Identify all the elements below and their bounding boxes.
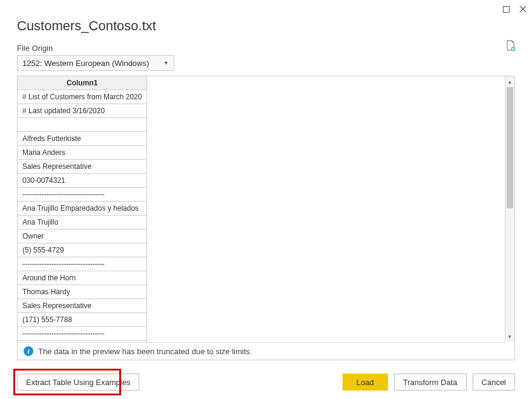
file-origin-dropdown[interactable]: 1252: Western European (Windows) ▼ <box>17 55 174 71</box>
table-cell: 030-0074321 <box>18 174 147 188</box>
table-cell: Maria Anders <box>18 146 147 160</box>
preview-area: Column1 # List of Customers from March 2… <box>17 76 515 360</box>
transform-data-button[interactable]: Transform Data <box>394 374 467 391</box>
table-cell: Ana Trujillo <box>18 216 147 229</box>
table-cell: Owner <box>18 229 147 243</box>
close-icon[interactable] <box>519 5 527 13</box>
scroll-down-icon[interactable]: ▾ <box>505 331 514 342</box>
extract-table-button[interactable]: Extract Table Using Examples <box>17 374 139 391</box>
preview-table: Column1 # List of Customers from March 2… <box>18 76 147 342</box>
scrollbar-track[interactable] <box>505 87 514 331</box>
table-cell: Thomas Hardy <box>18 285 147 299</box>
svg-rect-0 <box>503 6 509 12</box>
table-row[interactable]: Maria Anders <box>18 146 147 160</box>
table-row[interactable]: Ana Trujillo Emparedados y helados <box>18 202 147 216</box>
scrollbar-thumb[interactable] <box>507 87 513 208</box>
maximize-icon[interactable] <box>502 5 510 13</box>
scroll-up-icon[interactable]: ▴ <box>505 76 514 87</box>
cancel-button[interactable]: Cancel <box>473 374 515 391</box>
table-cell: Sales Representative <box>18 160 147 174</box>
chevron-down-icon: ▼ <box>163 60 169 66</box>
vertical-scrollbar[interactable]: ▴ ▾ <box>505 76 514 342</box>
document-icon[interactable] <box>506 40 515 53</box>
table-row[interactable]: Ana Trujillo <box>18 216 147 229</box>
footer: Extract Table Using Examples Load Transf… <box>17 374 515 391</box>
table-cell: ---------------------------------- <box>18 188 147 202</box>
table-row[interactable]: (171) 555-7788 <box>18 313 147 327</box>
table-row[interactable]: Alfreds Futterkiste <box>18 132 147 146</box>
table-row[interactable]: Owner <box>18 229 147 243</box>
info-message: The data in the preview has been truncat… <box>38 347 252 356</box>
table-row[interactable]: Around the Horn <box>18 271 147 285</box>
table-row[interactable]: 030-0074321 <box>18 174 147 188</box>
file-origin-value: 1252: Western European (Windows) <box>22 59 149 68</box>
info-bar: i The data in the preview has been trunc… <box>18 342 505 360</box>
table-row[interactable] <box>18 118 147 132</box>
table-cell: # List of Customers from March 2020 <box>18 90 147 104</box>
load-button[interactable]: Load <box>343 374 388 391</box>
table-row[interactable]: # List of Customers from March 2020 <box>18 90 147 104</box>
table-row[interactable]: # Last updated 3/16/2020 <box>18 104 147 118</box>
table-row[interactable]: Blauer See Delikatessen <box>18 341 147 343</box>
table-row[interactable]: ---------------------------------- <box>18 257 147 271</box>
table-cell: # Last updated 3/16/2020 <box>18 104 147 118</box>
info-icon: i <box>24 346 33 356</box>
table-row[interactable]: Thomas Hardy <box>18 285 147 299</box>
table-cell: Blauer See Delikatessen <box>18 341 147 343</box>
table-cell: Alfreds Futterkiste <box>18 132 147 146</box>
column-header[interactable]: Column1 <box>18 76 147 90</box>
table-cell: Ana Trujillo Emparedados y helados <box>18 202 147 216</box>
table-cell: ---------------------------------- <box>18 257 147 271</box>
titlebar <box>0 0 532 18</box>
table-cell <box>18 118 147 132</box>
table-cell: Around the Horn <box>18 271 147 285</box>
table-row[interactable]: ---------------------------------- <box>18 327 147 341</box>
file-origin-label: File Origin <box>17 44 53 53</box>
table-row[interactable]: Sales Representative <box>18 160 147 174</box>
table-cell: (171) 555-7788 <box>18 313 147 327</box>
table-cell: ---------------------------------- <box>18 327 147 341</box>
table-row[interactable]: ---------------------------------- <box>18 188 147 202</box>
table-row[interactable]: Sales Representative <box>18 299 147 313</box>
table-cell: (5) 555-4729 <box>18 243 147 257</box>
page-title: Customers_Contoso.txt <box>0 18 532 40</box>
table-row[interactable]: (5) 555-4729 <box>18 243 147 257</box>
table-cell: Sales Representative <box>18 299 147 313</box>
